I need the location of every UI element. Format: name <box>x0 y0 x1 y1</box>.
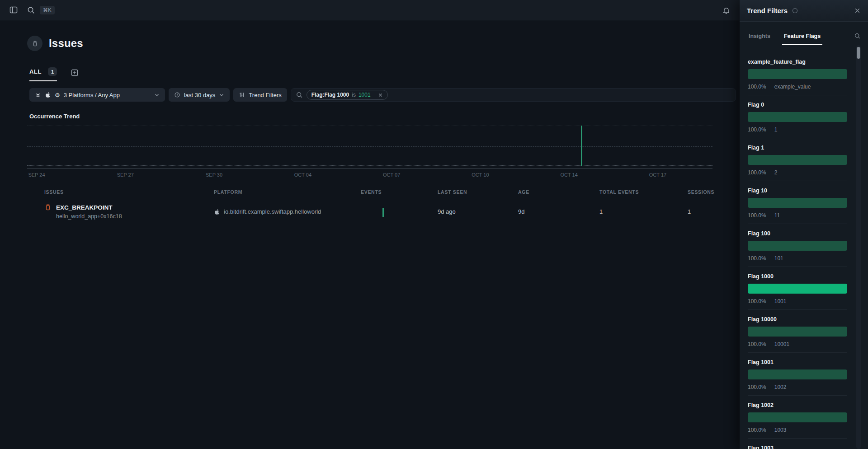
chip-key: Flag:Flag 1000 <box>311 92 349 98</box>
col-header-age: AGE <box>501 189 582 195</box>
feature-flag-name: example_feature_flag <box>748 58 847 65</box>
platforms-filter-dropdown[interactable]: ⚙ 3 Platforms / Any App <box>29 88 165 102</box>
panel-tabs: Insights Feature Flags <box>747 22 861 45</box>
feature-flag-percent: 100.0% <box>748 298 766 305</box>
feature-flag-value: 11 <box>774 212 780 219</box>
feature-flag-meta: 100.0% 1002 <box>748 384 847 391</box>
apple-icon <box>214 209 220 215</box>
trend-filters-button[interactable]: Trend Filters <box>233 88 287 102</box>
col-header-issues: ISSUES <box>27 189 197 195</box>
feature-flags-scroll-area: example_feature_flag 100.0% example_valu… <box>740 45 868 449</box>
feature-flag-item[interactable]: example_feature_flag 100.0% example_valu… <box>748 52 847 95</box>
sidebar-toggle-icon[interactable] <box>8 5 19 15</box>
issue-cell: EXC_BREAKPOINT hello_world_app+0x16c18 <box>27 204 197 220</box>
page-title: Issues <box>49 37 83 50</box>
feature-flag-item[interactable]: Flag 100 100.0% 101 <box>748 224 847 267</box>
feature-flag-percent: 100.0% <box>748 84 766 90</box>
feature-flag-bar <box>748 198 847 208</box>
gridline-middle <box>27 146 712 147</box>
feature-flag-name: Flag 10000 <box>748 316 847 323</box>
panel-scrollbar-track[interactable] <box>856 45 861 449</box>
feature-flag-meta: 100.0% 2 <box>748 169 847 176</box>
col-header-sessions: SESSIONS <box>670 189 712 195</box>
feature-flag-percent: 100.0% <box>748 384 766 391</box>
feature-flag-item[interactable]: Flag 1002 100.0% 1003 <box>748 396 847 439</box>
feature-flag-percent: 100.0% <box>748 126 766 133</box>
chip-close-icon[interactable] <box>378 93 383 98</box>
panel-title: Trend Filters <box>747 7 788 14</box>
feature-flag-meta: 100.0% 101 <box>748 255 847 262</box>
platforms-filter-label: 3 Platforms / Any App <box>64 92 120 98</box>
feature-flag-item[interactable]: Flag 0 100.0% 1 <box>748 95 847 138</box>
android-icon <box>35 92 41 98</box>
feature-flag-name: Flag 100 <box>748 230 847 237</box>
col-header-last-seen: LAST SEEN <box>420 189 501 195</box>
events-sparkline <box>361 206 386 217</box>
feature-flag-item[interactable]: Flag 10000 100.0% 10001 <box>748 310 847 353</box>
sliders-icon <box>239 92 245 98</box>
filter-bar: ⚙ 3 Platforms / Any App last 30 days <box>29 88 740 102</box>
tab-insights[interactable]: Insights <box>747 33 772 45</box>
x-tick: SEP 24 <box>27 172 46 178</box>
feature-flag-item[interactable]: Flag 1000 100.0% 1001 <box>748 267 847 310</box>
x-tick: SEP 27 <box>116 172 135 178</box>
panel-scrollbar-thumb[interactable] <box>857 47 860 59</box>
info-icon[interactable] <box>792 8 798 14</box>
feature-flag-item[interactable]: Flag 10 100.0% 11 <box>748 181 847 224</box>
close-icon[interactable] <box>854 7 861 14</box>
feature-flag-item[interactable]: Flag 1003 <box>748 439 847 449</box>
chart-x-axis: SEP 24 SEP 27 SEP 30 OCT 04 OCT 07 OCT 1… <box>27 172 667 178</box>
feature-flag-name: Flag 1001 <box>748 359 847 366</box>
feature-flag-value: 10001 <box>774 341 789 348</box>
date-range-dropdown[interactable]: last 30 days <box>169 88 230 102</box>
feature-flag-meta: 100.0% 1001 <box>748 298 847 305</box>
feature-flag-bar <box>748 69 847 79</box>
feature-flag-percent: 100.0% <box>748 427 766 434</box>
feature-flag-meta: 100.0% 1003 <box>748 427 847 434</box>
issue-jar-icon <box>44 204 52 211</box>
platform-cell: io.bitdrift.example.swiftapp.helloworld <box>197 208 344 215</box>
total-events-cell: 1 <box>582 208 670 215</box>
feature-flag-item[interactable]: Flag 1 100.0% 2 <box>748 138 847 181</box>
table-row[interactable]: EXC_BREAKPOINT hello_world_app+0x16c18 i… <box>27 204 712 220</box>
issues-search-input[interactable]: Flag:Flag 1000 is 1001 <box>291 88 736 102</box>
trend-filters-button-label: Trend Filters <box>249 92 281 98</box>
age-cell: 9d <box>501 208 582 215</box>
search-filter-chip[interactable]: Flag:Flag 1000 is 1001 <box>307 90 388 100</box>
panel-search-icon[interactable] <box>854 33 861 45</box>
chevron-down-icon <box>154 92 160 98</box>
chart-spike <box>581 126 582 166</box>
tab-all[interactable]: ALL 1 <box>29 67 57 81</box>
sessions-cell: 1 <box>670 208 712 215</box>
gridline-bottom <box>27 165 712 166</box>
feature-flag-value: 1003 <box>774 427 787 434</box>
feature-flag-value: 101 <box>774 255 783 262</box>
global-search-icon[interactable] <box>25 5 36 15</box>
x-tick: SEP 30 <box>205 172 224 178</box>
chip-operator: is <box>352 92 356 98</box>
feature-flag-name: Flag 1000 <box>748 273 847 280</box>
add-tab-button[interactable] <box>71 69 79 77</box>
main-area: ⌘K Issues ALL 1 <box>0 0 740 449</box>
feature-flag-value: 1001 <box>774 298 787 305</box>
feature-flag-name: Flag 1002 <box>748 402 847 409</box>
notifications-bell-icon[interactable] <box>721 5 731 15</box>
x-tick: OCT 10 <box>471 172 490 178</box>
x-tick: OCT 07 <box>382 172 401 178</box>
feature-flag-item[interactable]: Flag 1001 100.0% 1002 <box>748 353 847 396</box>
feature-flag-meta: 100.0% example_value <box>748 84 847 90</box>
x-tick: OCT 04 <box>293 172 312 178</box>
issue-title: EXC_BREAKPOINT <box>56 204 113 211</box>
search-icon <box>296 91 303 98</box>
feature-flag-percent: 100.0% <box>748 169 766 176</box>
feature-flag-percent: 100.0% <box>748 212 766 219</box>
feature-flag-value: example_value <box>774 84 811 90</box>
feature-flag-meta: 100.0% 10001 <box>748 341 847 348</box>
topbar: ⌘K <box>0 0 740 20</box>
issues-table: ISSUES PLATFORM EVENTS LAST SEEN AGE TOT… <box>27 189 712 220</box>
x-tick: OCT 17 <box>648 172 667 178</box>
feature-flag-name: Flag 10 <box>748 187 847 194</box>
tab-feature-flags[interactable]: Feature Flags <box>782 33 822 45</box>
col-header-events: EVENTS <box>344 189 420 195</box>
feature-flag-bar <box>748 155 847 165</box>
